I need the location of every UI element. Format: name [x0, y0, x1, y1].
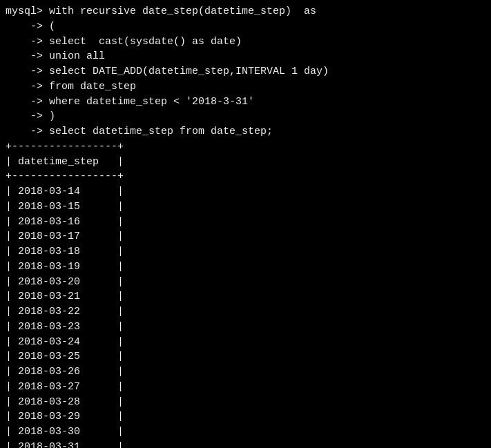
table-row: | 2018-03-18 | — [6, 244, 485, 260]
table-row: | 2018-03-22 | — [6, 304, 485, 320]
table-row: | 2018-03-26 | — [6, 364, 485, 380]
query-line-7: -> where datetime_step < '2018-3-31' — [6, 95, 485, 110]
query-line-6: -> from date_step — [6, 79, 485, 95]
table-row: | 2018-03-27 | — [6, 380, 485, 395]
query-line-2: -> ( — [6, 19, 485, 35]
table-row: | 2018-03-14 | — [6, 184, 485, 199]
table-row: | 2018-03-17 | — [6, 229, 485, 244]
query-line-9: -> select datetime_step from date_step; — [6, 124, 485, 139]
table-header: | datetime_step | — [6, 155, 485, 170]
table-row: | 2018-03-30 | — [6, 425, 485, 440]
table-row: | 2018-03-24 | — [6, 335, 485, 350]
query-line-8: -> ) — [6, 109, 485, 124]
table-row: | 2018-03-23 | — [6, 320, 485, 335]
table-row: | 2018-03-20 | — [6, 275, 485, 290]
table-row: | 2018-03-25 | — [6, 349, 485, 364]
table-row: | 2018-03-16 | — [6, 215, 485, 230]
table-row: | 2018-03-15 | — [6, 199, 485, 215]
table-row: | 2018-03-28 | — [6, 395, 485, 410]
query-line-3: -> select cast(sysdate() as date) — [6, 35, 485, 50]
table-row: | 2018-03-19 | — [6, 260, 485, 275]
query-line-1: mysql> with recursive date_step(datetime… — [6, 4, 485, 19]
table-row: | 2018-03-31 | — [6, 440, 485, 448]
table-mid-separator: +-----------------+ — [6, 169, 485, 184]
table-row: | 2018-03-21 | — [6, 289, 485, 304]
table-row: | 2018-03-29 | — [6, 409, 485, 425]
query-line-4: -> union all — [6, 49, 485, 64]
table-top-separator: +-----------------+ — [6, 139, 485, 155]
terminal-window: mysql> with recursive date_step(datetime… — [0, 0, 491, 448]
query-line-5: -> select DATE_ADD(datetime_step,INTERVA… — [6, 64, 485, 79]
